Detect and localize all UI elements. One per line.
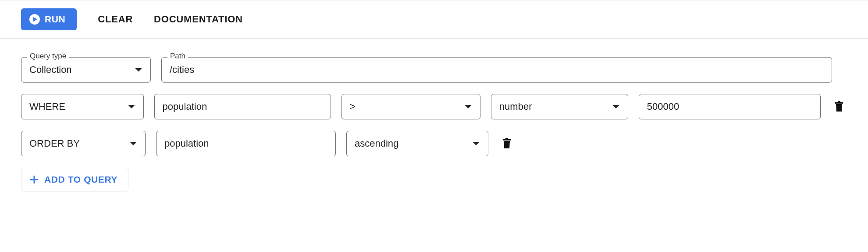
documentation-link[interactable]: DOCUMENTATION (154, 14, 243, 25)
chevron-down-icon (472, 141, 480, 146)
run-button[interactable]: RUN (21, 8, 77, 30)
orderby-direction-value: ascending (355, 138, 398, 149)
orderby-field-input[interactable] (164, 131, 327, 156)
query-type-value: Collection (29, 64, 72, 76)
where-value-input-wrapper (639, 94, 821, 119)
orderby-field-input-wrapper (156, 131, 336, 156)
delete-where-button[interactable] (831, 97, 847, 116)
chevron-down-icon (612, 104, 620, 109)
trash-icon (834, 100, 844, 114)
toolbar: RUN CLEAR DOCUMENTATION (0, 0, 868, 39)
path-input-wrapper (161, 57, 832, 83)
add-to-query-label: ADD TO QUERY (44, 174, 117, 185)
svg-rect-6 (30, 179, 38, 180)
orderby-clause-value: ORDER BY (29, 138, 80, 149)
plus-icon (29, 175, 39, 184)
where-type-select[interactable]: number (491, 94, 628, 119)
where-operator-value: > (350, 101, 356, 112)
path-input[interactable] (170, 58, 824, 82)
where-clause-select[interactable]: WHERE (21, 94, 144, 119)
svg-rect-4 (505, 138, 508, 139)
play-circle-icon (29, 14, 40, 25)
query-builder: Query type Collection Path WHERE (0, 39, 868, 209)
svg-rect-1 (835, 102, 843, 104)
where-field-input[interactable] (163, 94, 323, 119)
svg-rect-2 (838, 101, 840, 102)
orderby-direction-select[interactable]: ascending (346, 131, 488, 156)
path-label: Path (167, 52, 188, 61)
chevron-down-icon (128, 104, 135, 109)
clear-button[interactable]: CLEAR (98, 14, 133, 25)
where-field-input-wrapper (154, 94, 331, 119)
delete-orderby-button[interactable] (499, 134, 515, 153)
trash-icon (502, 137, 512, 151)
run-button-label: RUN (45, 14, 65, 25)
where-clause-value: WHERE (29, 101, 65, 112)
where-type-value: number (499, 101, 532, 112)
orderby-clause-select[interactable]: ORDER BY (21, 131, 146, 156)
where-operator-select[interactable]: > (342, 94, 480, 119)
svg-rect-3 (503, 139, 511, 140)
where-value-input[interactable] (647, 94, 812, 119)
chevron-down-icon (129, 141, 137, 146)
query-type-select[interactable]: Collection (21, 57, 151, 83)
chevron-down-icon (464, 104, 472, 109)
chevron-down-icon (135, 67, 142, 72)
add-to-query-button[interactable]: ADD TO QUERY (21, 168, 128, 191)
query-type-label: Query type (27, 52, 69, 61)
